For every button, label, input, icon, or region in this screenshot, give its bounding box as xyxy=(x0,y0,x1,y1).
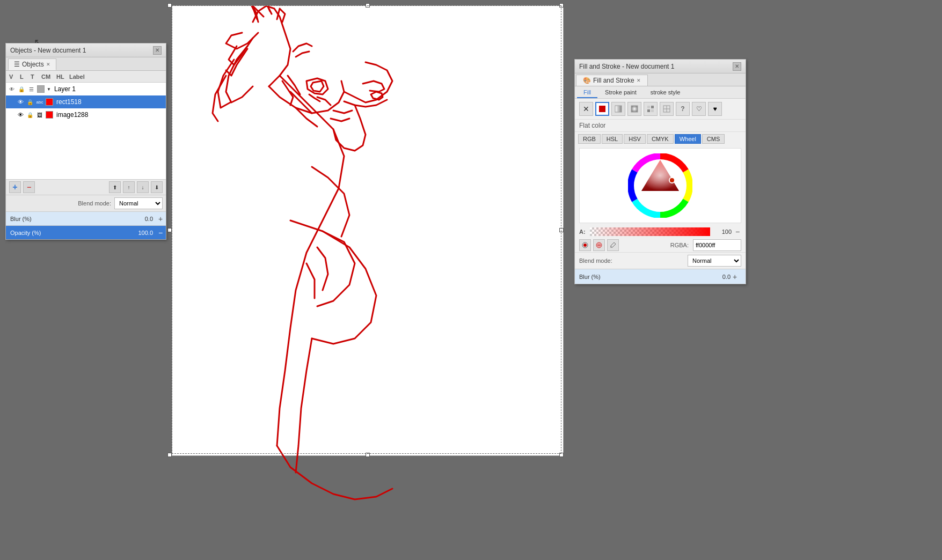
col-v: V xyxy=(9,73,17,80)
objects-panel-titlebar: Objects - New document 1 ✕ xyxy=(6,43,166,57)
objects-tab[interactable]: ☰ Objects ✕ xyxy=(8,58,56,70)
color-marker-btn[interactable] xyxy=(579,239,591,251)
handle-mid-right[interactable] xyxy=(559,228,564,232)
unknown-paint-btn[interactable]: ? xyxy=(676,102,690,116)
alpha-minus-btn[interactable]: − xyxy=(734,227,741,236)
svg-rect-1 xyxy=(615,106,622,112)
blend-mode-select[interactable]: Normal Multiply Screen xyxy=(114,197,163,209)
alpha-label: A: xyxy=(579,229,588,235)
lock-icon-layer1: 🔒 xyxy=(18,85,25,93)
paint-server-btn2[interactable]: ♥ xyxy=(708,102,722,116)
raise-to-top-btn[interactable]: ⬆ xyxy=(109,181,121,193)
paint-server-btn1[interactable]: ♡ xyxy=(692,102,706,116)
expand-icon-layer1[interactable]: ▼ xyxy=(47,87,51,92)
handle-top-left[interactable] xyxy=(167,3,172,8)
blur-row: Blur (%) 0.0 + xyxy=(6,211,166,225)
opacity-value: 100.0 xyxy=(128,230,155,236)
svg-rect-5 xyxy=(647,109,650,112)
linear-gradient-btn[interactable] xyxy=(611,102,625,116)
color-wheel-container[interactable] xyxy=(579,148,741,223)
eye-icon-image1288: 👁 xyxy=(17,111,24,119)
svg-rect-4 xyxy=(651,106,654,108)
fs-blur-row: Blur (%) 0.0 + xyxy=(575,269,746,284)
raise-btn[interactable]: ↑ xyxy=(123,181,135,193)
svg-line-17 xyxy=(613,245,615,247)
objects-toolbar: + − ⬆ ↑ ↓ ⬇ xyxy=(6,179,166,195)
lower-btn[interactable]: ↓ xyxy=(137,181,149,193)
fill-stroke-sub-tabs: Fill Stroke paint stroke style xyxy=(575,86,746,99)
pattern-btn[interactable] xyxy=(660,102,674,116)
no-paint-btn[interactable]: ✕ xyxy=(579,102,593,116)
svg-rect-3 xyxy=(647,106,650,108)
flat-color-label: Flat color xyxy=(575,120,746,132)
sub-tab-stroke-paint[interactable]: Stroke paint xyxy=(598,87,643,98)
objects-panel-close[interactable]: ✕ xyxy=(153,46,162,55)
objects-panel: Objects - New document 1 ✕ ☰ Objects ✕ V… xyxy=(5,43,166,240)
cm-tab-hsv[interactable]: HSV xyxy=(624,134,646,144)
cm-tab-wheel[interactable]: Wheel xyxy=(675,134,701,144)
fs-blend-select[interactable]: Normal Multiply Screen xyxy=(688,255,741,267)
col-l: L xyxy=(20,73,27,80)
type-icon-layer1: ☰ xyxy=(27,85,35,93)
fill-stroke-tab-label: Fill and Stroke xyxy=(593,77,634,84)
blend-mode-row: Blend mode: Normal Multiply Screen xyxy=(6,195,166,211)
rgba-input[interactable] xyxy=(693,239,741,251)
cm-tab-cmyk[interactable]: CMYK xyxy=(647,134,674,144)
object-list: 👁 🔒 ☰ ▼ Layer 1 👁 🔒 abc rect1518 👁 🔒 🖼 i… xyxy=(6,83,166,179)
fill-stroke-main-tab[interactable]: 🎨 Fill and Stroke ✕ xyxy=(576,75,648,86)
col-t: T xyxy=(31,73,38,80)
fill-stroke-tab-close[interactable]: ✕ xyxy=(637,78,641,83)
fs-blur-plus-btn[interactable]: + xyxy=(733,272,741,281)
handle-bottom-left[interactable] xyxy=(167,453,172,457)
sub-tab-stroke-style[interactable]: stroke style xyxy=(644,87,687,98)
fill-stroke-title: Fill and Stroke - New document 1 xyxy=(579,63,674,70)
handle-bottom-center[interactable] xyxy=(366,453,370,457)
tab-icon: ☰ xyxy=(14,61,20,68)
layer-row-rect1518[interactable]: 👁 🔒 abc rect1518 xyxy=(6,95,166,108)
handle-top-right[interactable] xyxy=(559,3,564,8)
color-swatch-rect1518 xyxy=(46,98,53,106)
layer-row-image1288[interactable]: 👁 🔒 🖼 image1288 xyxy=(6,108,166,121)
sub-tab-fill[interactable]: Fill xyxy=(577,87,597,98)
document-canvas xyxy=(172,5,564,456)
fill-stroke-tab-icon: 🎨 xyxy=(583,77,591,84)
radial-gradient-btn[interactable] xyxy=(627,102,641,116)
cm-tab-rgb[interactable]: RGB xyxy=(578,134,601,144)
handle-mid-left[interactable] xyxy=(167,228,172,232)
type-icon-rect1518: abc xyxy=(36,98,43,106)
fill-stroke-close[interactable]: ✕ xyxy=(733,62,741,71)
handle-top-center[interactable] xyxy=(366,3,370,8)
add-object-btn[interactable]: + xyxy=(9,181,21,193)
svg-rect-2 xyxy=(631,106,638,112)
alpha-slider[interactable] xyxy=(590,227,710,236)
fs-blend-row: Blend mode: Normal Multiply Screen xyxy=(575,252,746,269)
layer-label-image1288: image1288 xyxy=(55,111,164,119)
svg-marker-11 xyxy=(641,160,679,191)
flat-color-btn[interactable] xyxy=(595,102,609,116)
eyedropper-btn[interactable] xyxy=(607,239,619,251)
remove-color-btn[interactable] xyxy=(593,239,605,251)
type-icon-image1288: 🖼 xyxy=(36,111,43,119)
layer-label-layer1: Layer 1 xyxy=(53,85,164,93)
lower-to-bottom-btn[interactable]: ⬇ xyxy=(151,181,163,193)
cm-tab-cms[interactable]: CMS xyxy=(702,134,725,144)
svg-rect-6 xyxy=(651,109,654,112)
layer-row-layer1[interactable]: 👁 🔒 ☰ ▼ Layer 1 xyxy=(6,83,166,95)
color-model-tabs: RGB HSL HSV CMYK Wheel CMS xyxy=(575,132,746,146)
blur-plus-btn[interactable]: + xyxy=(155,213,166,224)
svg-point-12 xyxy=(670,178,674,182)
lock-icon-rect1518: 🔒 xyxy=(26,98,34,106)
rgba-label: RGBA: xyxy=(670,242,689,248)
mesh-gradient-btn[interactable] xyxy=(644,102,658,116)
color-swatch-layer1 xyxy=(37,85,45,93)
objects-tab-bar: ☰ Objects ✕ xyxy=(6,57,166,71)
objects-panel-title: Objects - New document 1 xyxy=(10,47,86,54)
opacity-minus-btn[interactable]: − xyxy=(155,227,166,238)
color-wheel-svg[interactable] xyxy=(628,153,692,218)
handle-bottom-right[interactable] xyxy=(559,453,564,457)
cm-tab-hsl[interactable]: HSL xyxy=(602,134,623,144)
remove-object-btn[interactable]: − xyxy=(23,181,35,193)
col-cm: CM xyxy=(41,73,53,80)
tab-close[interactable]: ✕ xyxy=(46,62,50,67)
dragon-drawing xyxy=(172,6,564,560)
